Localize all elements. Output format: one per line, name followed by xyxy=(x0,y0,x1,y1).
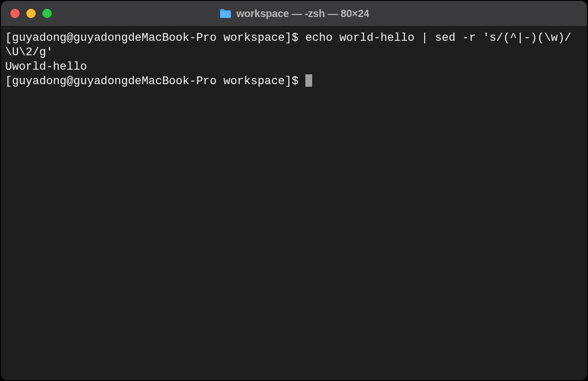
folder-icon xyxy=(219,8,231,19)
terminal-window: workspace — -zsh — 80×24 [guyadong@guyad… xyxy=(1,1,587,380)
traffic-lights xyxy=(1,9,52,18)
terminal-body[interactable]: [guyadong@guyadongdeMacBook-Pro workspac… xyxy=(1,26,587,380)
title-center: workspace — -zsh — 80×24 xyxy=(1,8,587,20)
titlebar[interactable]: workspace — -zsh — 80×24 xyxy=(1,1,587,26)
terminal-output: Uworld-hello xyxy=(5,60,87,73)
terminal-prompt-line: [guyadong@guyadongdeMacBook-Pro workspac… xyxy=(5,74,583,89)
terminal-prompt: [guyadong@guyadongdeMacBook-Pro workspac… xyxy=(5,75,305,88)
zoom-button[interactable] xyxy=(42,9,52,18)
terminal-prompt-line: [guyadong@guyadongdeMacBook-Pro workspac… xyxy=(5,31,583,60)
close-button[interactable] xyxy=(10,9,20,18)
terminal-cursor xyxy=(305,74,312,87)
terminal-output-line: Uworld-hello xyxy=(5,60,583,74)
minimize-button[interactable] xyxy=(26,9,36,18)
terminal-prompt: [guyadong@guyadongdeMacBook-Pro workspac… xyxy=(5,31,305,44)
window-title: workspace — -zsh — 80×24 xyxy=(237,8,369,20)
